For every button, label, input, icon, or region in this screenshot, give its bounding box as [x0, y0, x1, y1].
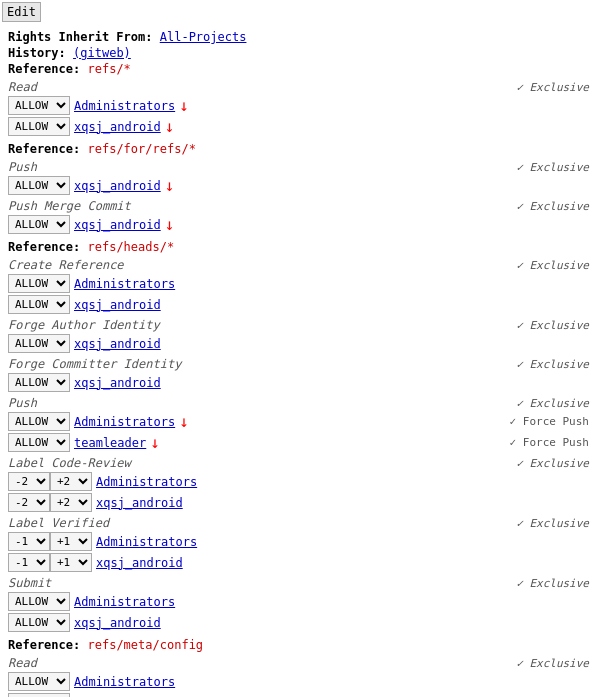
table-row: -2 ▼ +2 ▼ Administrators	[8, 472, 593, 491]
table-row: ALLOW ▼ teamleader ↓ ✓ Force Push	[8, 433, 593, 452]
reference-label: Reference: refs/heads/*	[8, 240, 174, 254]
rights-inherit-label: Rights Inherit From:	[8, 30, 153, 44]
table-row: -1 ▼ +1 ▼ xqsj_android	[8, 553, 593, 572]
exclusive-push: ✓ Exclusive	[516, 161, 593, 174]
group-xqsj-android[interactable]: xqsj_android	[74, 298, 161, 312]
label-min-select[interactable]: -1 ▼	[8, 532, 50, 551]
sub-label-verified: Label Verified ✓ Exclusive	[8, 516, 593, 530]
exclusive-read: ✓ Exclusive	[516, 81, 593, 94]
reference-label: Reference: refs/for/refs/*	[8, 142, 196, 156]
table-row: ALLOW ▼ Administrators	[8, 672, 593, 691]
group-xqsj-android[interactable]: xqsj_android	[74, 120, 161, 134]
label-max-select[interactable]: +2 ▼	[50, 493, 92, 512]
allow-select[interactable]: ALLOW ▼	[8, 373, 70, 392]
table-row: ALLOW ▼ xqsj_android	[8, 373, 593, 392]
sub-label-code-review: Label Code-Review ✓ Exclusive	[8, 456, 593, 470]
sub-submit: Submit ✓ Exclusive	[8, 576, 593, 590]
history-row: History: (gitweb)	[8, 46, 593, 60]
top-bar[interactable]: Edit	[2, 2, 41, 22]
group-administrators[interactable]: Administrators	[74, 277, 175, 291]
table-row: ALLOW ▼ xqsj_android	[8, 334, 593, 353]
group-teamleader[interactable]: teamleader	[74, 436, 146, 450]
group-administrators[interactable]: Administrators	[74, 99, 175, 113]
table-row: ALLOW ▼ Administrators ↓	[8, 96, 593, 115]
section-refs-for: Reference: refs/for/refs/*	[8, 142, 593, 156]
table-row: ALLOW ▼ Administrators	[8, 592, 593, 611]
group-administrators[interactable]: Administrators	[96, 475, 197, 489]
arrow-icon: ↓	[165, 117, 175, 136]
arrow-icon: ↓	[179, 96, 189, 115]
exclusive-submit: ✓ Exclusive	[516, 577, 593, 590]
rights-inherit-row: Rights Inherit From: All-Projects	[8, 30, 593, 44]
group-xqsj-android[interactable]: xqsj_android	[96, 496, 183, 510]
force-push-label: ✓ Force Push	[510, 415, 593, 428]
history-label: History:	[8, 46, 66, 60]
label-min-select[interactable]: -2 ▼	[8, 472, 50, 491]
exclusive-forge-author: ✓ Exclusive	[516, 319, 593, 332]
exclusive-create: ✓ Exclusive	[516, 259, 593, 272]
sub-read-meta: Read ✓ Exclusive	[8, 656, 593, 670]
allow-select[interactable]: ALLOW ▼	[8, 672, 70, 691]
sub-create-reference: Create Reference ✓ Exclusive	[8, 258, 593, 272]
group-xqsj-android[interactable]: xqsj_android	[74, 337, 161, 351]
sub-forge-author: Forge Author Identity ✓ Exclusive	[8, 318, 593, 332]
group-administrators[interactable]: Administrators	[74, 595, 175, 609]
label-min-select[interactable]: -2 ▼	[8, 493, 50, 512]
section-refs-star: Reference: refs/*	[8, 62, 593, 76]
table-row: ALLOW ▼ xqsj_android ↓	[8, 215, 593, 234]
exclusive-label-code: ✓ Exclusive	[516, 457, 593, 470]
allow-select[interactable]: ALLOW ▼	[8, 412, 70, 431]
allow-select[interactable]: ALLOW ▼	[8, 433, 70, 452]
table-row: ALLOW ▼ xqsj_android	[8, 295, 593, 314]
allow-select[interactable]: ALLOW ▼	[8, 96, 70, 115]
table-row: ALLOW ▼ Administrators	[8, 274, 593, 293]
section-refs-meta: Reference: refs/meta/config	[8, 638, 593, 652]
table-row: ALLOW ▼ xqsj_android	[8, 693, 593, 697]
table-row: -1 ▼ +1 ▼ Administrators	[8, 532, 593, 551]
history-link[interactable]: (gitweb)	[73, 46, 131, 60]
allow-select[interactable]: ALLOW ▼	[8, 592, 70, 611]
edit-button[interactable]: Edit	[7, 5, 36, 19]
group-administrators[interactable]: Administrators	[74, 415, 175, 429]
reference-label: Reference: refs/meta/config	[8, 638, 203, 652]
group-xqsj-android[interactable]: xqsj_android	[74, 376, 161, 390]
sub-forge-committer: Forge Committer Identity ✓ Exclusive	[8, 357, 593, 371]
force-push-label: ✓ Force Push	[510, 436, 593, 449]
section-refs-heads: Reference: refs/heads/*	[8, 240, 593, 254]
group-xqsj-android[interactable]: xqsj_android	[74, 179, 161, 193]
table-row: ALLOW ▼ xqsj_android ↓	[8, 117, 593, 136]
group-xqsj-android[interactable]: xqsj_android	[74, 616, 161, 630]
exclusive-push-merge: ✓ Exclusive	[516, 200, 593, 213]
group-xqsj-android[interactable]: xqsj_android	[96, 556, 183, 570]
allow-select[interactable]: ALLOW ▼	[8, 295, 70, 314]
rights-inherit-link[interactable]: All-Projects	[160, 30, 247, 44]
sub-push-heads: Push ✓ Exclusive	[8, 396, 593, 410]
sub-read: Read ✓ Exclusive	[8, 80, 593, 94]
exclusive-push-heads: ✓ Exclusive	[516, 397, 593, 410]
exclusive-read-meta: ✓ Exclusive	[516, 657, 593, 670]
group-administrators[interactable]: Administrators	[74, 675, 175, 689]
label-max-select[interactable]: +1 ▼	[50, 532, 92, 551]
allow-select[interactable]: ALLOW ▼	[8, 176, 70, 195]
table-row: ALLOW ▼ xqsj_android ↓	[8, 176, 593, 195]
label-min-select[interactable]: -1 ▼	[8, 553, 50, 572]
allow-select[interactable]: ALLOW ▼	[8, 693, 70, 697]
group-xqsj-android[interactable]: xqsj_android	[74, 218, 161, 232]
arrow-icon: ↓	[150, 433, 160, 452]
exclusive-forge-committer: ✓ Exclusive	[516, 358, 593, 371]
arrow-icon: ↓	[179, 412, 189, 431]
allow-select[interactable]: ALLOW ▼	[8, 334, 70, 353]
group-administrators[interactable]: Administrators	[96, 535, 197, 549]
sub-push: Push ✓ Exclusive	[8, 160, 593, 174]
label-max-select[interactable]: +1 ▼	[50, 553, 92, 572]
table-row: ALLOW ▼ xqsj_android	[8, 613, 593, 632]
label-max-select[interactable]: +2 ▼	[50, 472, 92, 491]
allow-select[interactable]: ALLOW ▼	[8, 274, 70, 293]
allow-select[interactable]: ALLOW ▼	[8, 117, 70, 136]
exclusive-label-verified: ✓ Exclusive	[516, 517, 593, 530]
allow-select[interactable]: ALLOW ▼	[8, 613, 70, 632]
reference-label: Reference: refs/*	[8, 62, 131, 76]
allow-select[interactable]: ALLOW ▼	[8, 215, 70, 234]
arrow-icon: ↓	[165, 176, 175, 195]
arrow-icon: ↓	[165, 215, 175, 234]
